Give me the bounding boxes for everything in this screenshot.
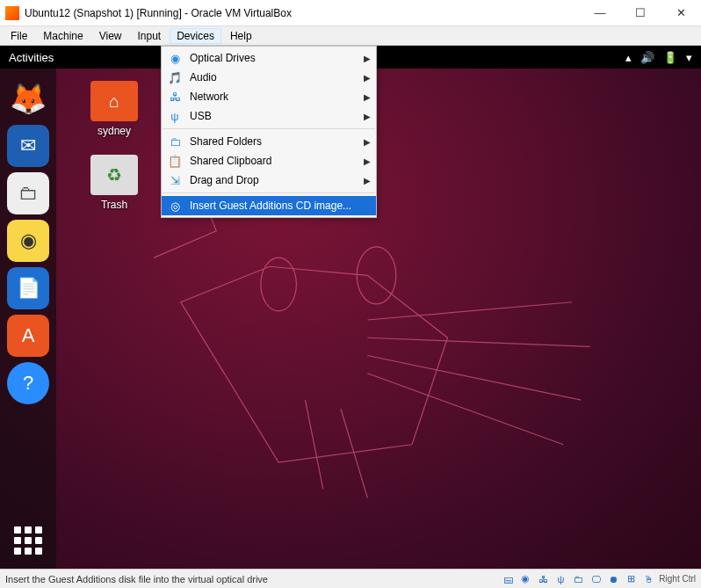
- virtualbox-logo-icon: [5, 6, 19, 20]
- window-title: Ubuntu12 (Snapshot 1) [Running] - Oracle…: [25, 7, 580, 19]
- files-icon[interactable]: 🗀: [7, 172, 49, 214]
- vb-menubar: File Machine View Input Devices Help: [0, 26, 701, 46]
- sound-indicator-icon[interactable]: 🔊: [640, 51, 654, 64]
- chevron-right-icon: ▶: [364, 73, 371, 83]
- devices-dropdown: ◉ Optical Drives ▶ 🎵 Audio ▶ 🖧 Network ▶…: [161, 46, 377, 218]
- home-icon: ⌂: [109, 91, 119, 112]
- firefox-icon[interactable]: 🦊: [7, 77, 49, 120]
- menu-view[interactable]: View: [92, 28, 129, 44]
- chevron-right-icon: ▶: [364, 54, 371, 63]
- status-hdd-icon[interactable]: 🖴: [501, 572, 515, 586]
- writer-icon[interactable]: 📄: [7, 267, 49, 309]
- disc-icon: ◉: [167, 50, 183, 66]
- menu-item-audio[interactable]: 🎵 Audio ▶: [162, 68, 376, 87]
- audio-icon: 🎵: [167, 69, 183, 85]
- folder-icon: 🗀: [167, 134, 183, 149]
- network-indicator-icon[interactable]: ▴: [625, 51, 632, 64]
- svg-point-0: [261, 258, 297, 311]
- chevron-right-icon: ▶: [364, 112, 371, 121]
- window-titlebar: Ubuntu12 (Snapshot 1) [Running] - Oracle…: [0, 0, 701, 26]
- menu-devices[interactable]: Devices: [170, 28, 221, 44]
- menu-item-shared-folders[interactable]: 🗀 Shared Folders ▶: [162, 132, 376, 151]
- menu-item-optical-drives[interactable]: ◉ Optical Drives ▶: [162, 48, 376, 68]
- menu-item-drag-and-drop[interactable]: ⇲ Drag and Drop ▶: [162, 171, 376, 190]
- wallpaper-art: [123, 178, 701, 534]
- menu-item-shared-clipboard[interactable]: 📋 Shared Clipboard ▶: [162, 151, 376, 171]
- chevron-right-icon: ▶: [364, 137, 371, 147]
- cd-insert-icon: ◎: [167, 198, 183, 214]
- menu-separator: [163, 128, 375, 129]
- window-close-button[interactable]: ✕: [661, 0, 701, 26]
- usb-icon: ψ: [167, 108, 183, 124]
- show-applications-button[interactable]: [11, 523, 46, 558]
- clipboard-icon: 📋: [167, 153, 183, 169]
- power-menu-icon[interactable]: ▾: [686, 51, 692, 64]
- chevron-right-icon: ▶: [364, 156, 371, 166]
- status-usb-icon[interactable]: ψ: [553, 572, 567, 586]
- desktop-icon-label: sydney: [79, 125, 149, 137]
- svg-point-1: [357, 247, 396, 304]
- status-display-icon[interactable]: 🖵: [589, 572, 603, 586]
- window-minimize-button[interactable]: —: [580, 0, 620, 26]
- menu-item-network[interactable]: 🖧 Network ▶: [162, 87, 376, 106]
- menu-machine[interactable]: Machine: [36, 28, 90, 44]
- menu-separator: [163, 192, 375, 193]
- vb-statusbar: Insert the Guest Additions disk file int…: [0, 569, 701, 588]
- status-mouse-icon[interactable]: 🖱: [641, 572, 655, 586]
- activities-button[interactable]: Activities: [9, 51, 54, 64]
- status-hostkey: Right Ctrl: [659, 572, 696, 586]
- desktop-icon-home[interactable]: ⌂ sydney: [79, 81, 149, 137]
- desktop-icon-label: Trash: [79, 199, 149, 211]
- software-icon[interactable]: A: [7, 315, 49, 357]
- status-rec-icon[interactable]: ⏺: [606, 572, 620, 586]
- status-folder-icon[interactable]: 🗀: [571, 572, 585, 586]
- battery-indicator-icon[interactable]: 🔋: [663, 51, 677, 64]
- help-icon[interactable]: ?: [7, 362, 49, 404]
- network-icon: 🖧: [167, 89, 183, 105]
- menu-input[interactable]: Input: [131, 28, 169, 44]
- trash-icon: ♻: [106, 164, 122, 185]
- ubuntu-dock: 🦊 ✉ 🗀 ◉ 📄 A ?: [0, 69, 56, 569]
- statusbar-indicators: 🖴 ◉ 🖧 ψ 🗀 🖵 ⏺ ⊞ 🖱 Right Ctrl: [501, 572, 696, 586]
- status-disc-icon[interactable]: ◉: [518, 572, 532, 586]
- menu-item-insert-guest-additions[interactable]: ◎ Insert Guest Additions CD image...: [162, 196, 376, 215]
- status-net-icon[interactable]: 🖧: [536, 572, 550, 586]
- menu-help[interactable]: Help: [223, 28, 259, 44]
- drag-icon: ⇲: [167, 172, 183, 188]
- chevron-right-icon: ▶: [364, 92, 371, 102]
- thunderbird-icon[interactable]: ✉: [7, 125, 49, 167]
- status-cpu-icon[interactable]: ⊞: [624, 572, 638, 586]
- menu-file[interactable]: File: [4, 28, 34, 44]
- desktop-icons: ⌂ sydney ♻ Trash: [79, 81, 149, 211]
- chevron-right-icon: ▶: [364, 176, 371, 185]
- rhythmbox-icon[interactable]: ◉: [7, 220, 49, 262]
- window-maximize-button[interactable]: ☐: [620, 0, 661, 26]
- desktop-icon-trash[interactable]: ♻ Trash: [79, 155, 149, 211]
- statusbar-text: Insert the Guest Additions disk file int…: [5, 574, 501, 584]
- menu-item-usb[interactable]: ψ USB ▶: [162, 106, 376, 126]
